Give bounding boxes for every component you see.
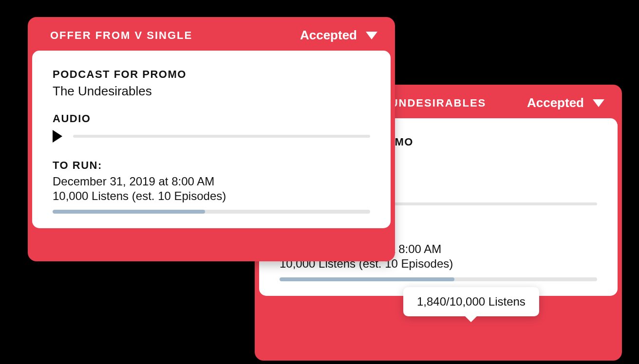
audio-label: AUDIO — [53, 112, 370, 125]
podcast-name: The Undesirables — [53, 84, 370, 99]
to-run-label: TO RUN: — [53, 159, 370, 172]
status-text: Accepted — [527, 95, 584, 110]
offer-from-title: OFFER FROM V SINGLE — [50, 29, 192, 42]
run-date: December 31, 2019 at 8:00 AM — [53, 175, 370, 188]
play-icon[interactable] — [53, 130, 62, 143]
offer-card-front: OFFER FROM V SINGLE Accepted PODCAST FOR… — [28, 17, 395, 261]
progress-bar — [53, 210, 370, 214]
audio-player — [53, 130, 370, 143]
progress-fill — [280, 277, 454, 281]
run-listens: 10,000 Listens (est. 10 Episodes) — [53, 189, 370, 203]
card-body: PODCAST FOR PROMO The Undesirables AUDIO… — [32, 51, 391, 228]
chevron-down-icon — [593, 99, 604, 107]
promo-label: PODCAST FOR PROMO — [53, 68, 370, 81]
audio-track[interactable] — [73, 135, 370, 138]
progress-fill — [53, 210, 205, 214]
card-header: OFFER FROM V SINGLE Accepted — [28, 17, 395, 51]
progress-bar — [280, 277, 597, 281]
status-dropdown[interactable]: Accepted — [527, 95, 604, 110]
progress-tooltip: 1,840/10,000 Listens — [403, 287, 539, 316]
status-dropdown[interactable]: Accepted — [300, 28, 377, 43]
tooltip-text: 1,840/10,000 Listens — [417, 295, 526, 308]
chevron-down-icon — [366, 32, 377, 39]
status-text: Accepted — [300, 28, 357, 43]
